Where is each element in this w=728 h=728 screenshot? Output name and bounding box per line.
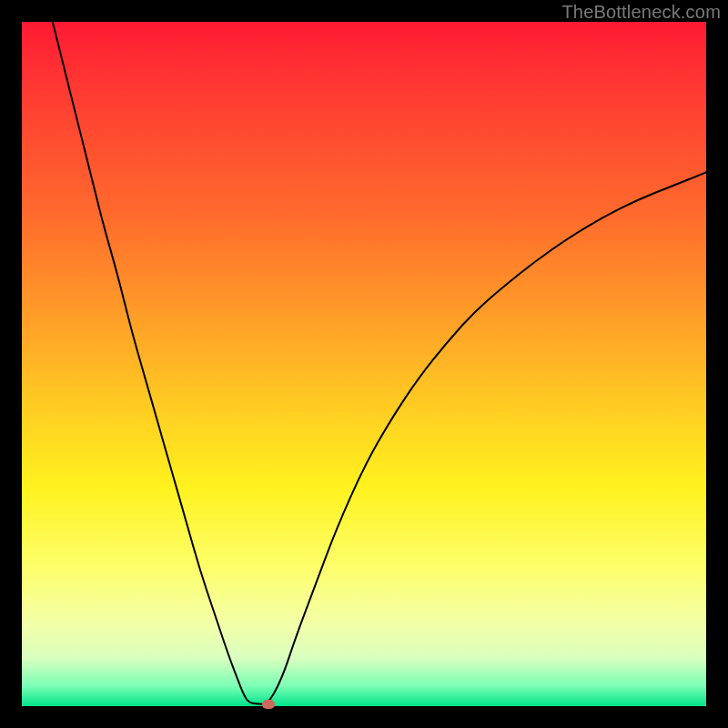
bottleneck-curve-svg (22, 22, 706, 706)
plot-area (22, 22, 706, 706)
bottleneck-curve-path (53, 22, 706, 704)
outer-frame: TheBottleneck.com (0, 0, 728, 728)
watermark-text: TheBottleneck.com (561, 2, 721, 23)
optimum-marker (262, 700, 275, 709)
